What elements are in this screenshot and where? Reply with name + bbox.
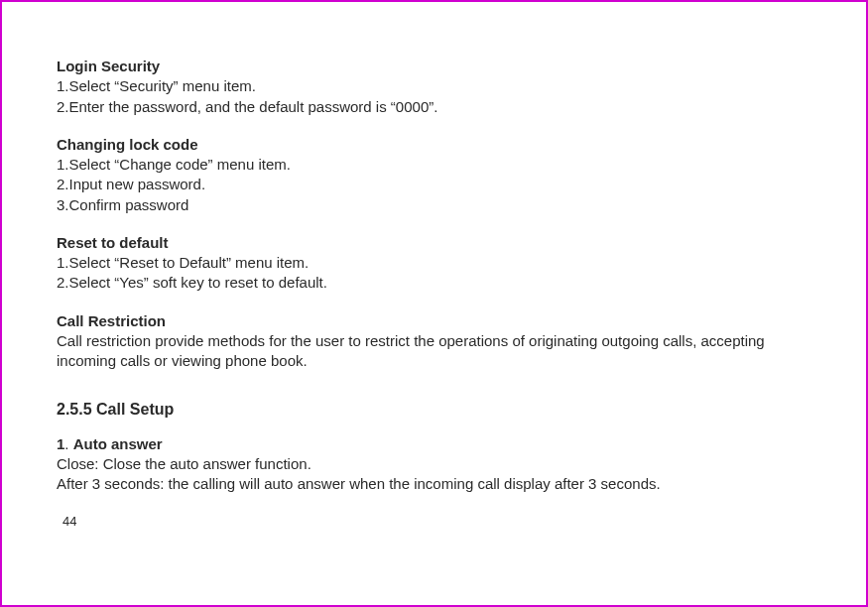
reset-default-step2: 2.Select “Yes” soft key to reset to defa… xyxy=(57,273,811,293)
auto-answer-line2: After 3 seconds: the calling will auto a… xyxy=(57,474,811,494)
reset-default-block: Reset to default 1.Select “Reset to Defa… xyxy=(57,233,811,294)
reset-default-step1: 1.Select “Reset to Default” menu item. xyxy=(57,253,811,273)
call-restriction-block: Call Restriction Call restriction provid… xyxy=(57,311,811,372)
login-security-step2: 2.Enter the password, and the default pa… xyxy=(57,97,811,117)
call-setup-section-title: 2.5.5 Call Setup xyxy=(57,399,811,421)
changing-lock-step2: 2.Input new password. xyxy=(57,175,811,194)
call-restriction-body: Call restriction provide methods for the… xyxy=(57,331,811,372)
auto-answer-block: 1. Auto answer Close: Close the auto ans… xyxy=(57,434,811,495)
auto-answer-dot: . xyxy=(64,435,72,452)
changing-lock-heading: Changing lock code xyxy=(57,135,811,155)
changing-lock-block: Changing lock code 1.Select “Change code… xyxy=(57,135,811,215)
login-security-step1: 1.Select “Security” menu item. xyxy=(57,76,811,96)
page-number: 44 xyxy=(62,513,811,531)
auto-answer-heading-line: 1. Auto answer xyxy=(57,434,811,454)
changing-lock-step3: 3.Confirm password xyxy=(57,195,811,215)
auto-answer-line1: Close: Close the auto answer function. xyxy=(57,454,811,474)
reset-default-heading: Reset to default xyxy=(57,233,811,253)
call-restriction-heading: Call Restriction xyxy=(57,311,811,331)
changing-lock-step1: 1.Select “Change code” menu item. xyxy=(57,155,811,175)
login-security-block: Login Security 1.Select “Security” menu … xyxy=(57,57,811,117)
login-security-heading: Login Security xyxy=(57,57,811,76)
auto-answer-heading: Auto answer xyxy=(73,435,163,452)
